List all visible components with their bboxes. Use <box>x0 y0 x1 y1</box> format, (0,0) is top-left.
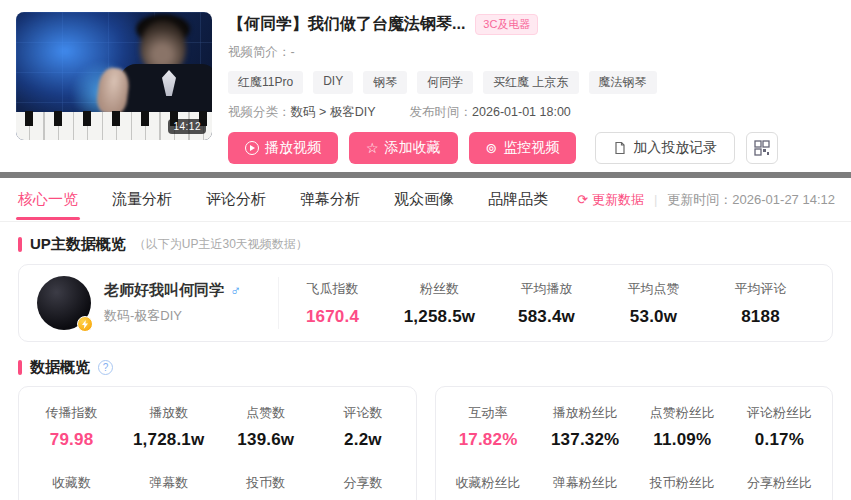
add-favorite-label: 添加收藏 <box>385 139 441 157</box>
category-value: 数码 > 极客DIY <box>291 105 376 119</box>
qr-code-icon <box>754 140 770 156</box>
stat-spread-index: 传播指数 79.98 <box>23 404 120 450</box>
video-tag[interactable]: 买红魔 上京东 <box>483 71 578 94</box>
document-icon <box>613 141 627 155</box>
tab-core-overview[interactable]: 核心一览 <box>16 179 80 220</box>
stat-comment-fan-ratio: 评论粉丝比 0.17% <box>731 404 828 450</box>
description-label: 视频简介： <box>228 45 291 59</box>
up-stat-avg-plays: 平均播放 583.4w <box>493 280 600 327</box>
update-time-value: 2026-01-27 14:12 <box>732 192 835 207</box>
video-header: 14:12 【何同学】我们做了台魔法钢琴... 3C及电器 视频简介：- 红魔1… <box>0 0 851 172</box>
refresh-data-label: 更新数据 <box>592 191 644 209</box>
ratio-data-card: 互动率 17.82% 播放粉丝比 137.32% 点赞粉丝比 11.09% 评论… <box>435 386 834 500</box>
video-description-row: 视频简介：- <box>228 44 835 61</box>
up-stat-feigua-index: 飞瓜指数 1670.4 <box>279 280 386 327</box>
video-tag[interactable]: 钢琴 <box>363 71 407 94</box>
avatar-verified-badge <box>77 316 93 332</box>
male-gender-icon: ♂ <box>230 282 241 299</box>
publish-time-value: 2026-01-01 18:00 <box>472 105 571 119</box>
monitor-video-button[interactable]: ⊚ 监控视频 <box>469 132 577 164</box>
stat-favorites: 收藏数 60.8w <box>23 474 120 500</box>
up-overview-card: 老师好我叫何同学 ♂ 数码-极客DIY 飞瓜指数 1670.4 粉丝数 1,25… <box>18 264 833 342</box>
refresh-icon: ⟳ <box>577 192 588 207</box>
stat-play-fan-ratio: 播放粉丝比 137.32% <box>537 404 634 450</box>
up-avatar <box>37 276 91 330</box>
monitor-video-label: 监控视频 <box>503 139 559 157</box>
publish-time-label: 发布时间： <box>410 105 473 119</box>
stat-comments: 评论数 2.2w <box>314 404 411 450</box>
up-section-header: UP主数据概览 （以下为UP主近30天视频数据） <box>18 235 833 254</box>
description-value: - <box>291 45 295 59</box>
data-section-header: 数据概览 ? <box>18 358 833 377</box>
vertical-separator: | <box>654 192 657 207</box>
data-section-title: 数据概览 <box>30 358 90 377</box>
section-accent-bar <box>18 360 22 375</box>
video-thumbnail[interactable]: 14:12 <box>16 12 212 140</box>
video-meta-row: 视频分类：数码 > 极客DIY 发布时间：2026-01-01 18:00 <box>228 104 835 121</box>
tab-danmaku-analysis[interactable]: 弹幕分析 <box>298 179 362 220</box>
stat-danmaku: 弹幕数 3.8w <box>120 474 217 500</box>
section-accent-bar <box>18 237 22 252</box>
up-section-title: UP主数据概览 <box>30 235 126 254</box>
tab-brand-category[interactable]: 品牌品类 <box>486 179 550 220</box>
stat-coin-fan-ratio: 投币粉丝比 7.55% <box>634 474 731 500</box>
update-time-label: 更新时间： <box>667 192 732 207</box>
category-badge: 3C及电器 <box>475 14 538 35</box>
up-profile[interactable]: 老师好我叫何同学 ♂ 数码-极客DIY <box>37 277 279 329</box>
stat-likes: 点赞数 139.6w <box>217 404 314 450</box>
refresh-data-button[interactable]: ⟳ 更新数据 <box>577 191 644 209</box>
video-tag[interactable]: 魔法钢琴 <box>589 71 657 94</box>
video-data-card: 传播指数 79.98 播放数 1,728.1w 点赞数 139.6w 评论数 2… <box>18 386 417 500</box>
stat-danmaku-fan-ratio: 弹幕粉丝比 0.30% <box>537 474 634 500</box>
stat-shares: 分享数 6.6w <box>314 474 411 500</box>
video-tags: 红魔11Pro DIY 钢琴 何同学 买红魔 上京东 魔法钢琴 <box>228 71 835 94</box>
up-stat-avg-comments: 平均评论 8188 <box>707 280 814 327</box>
category-label: 视频分类： <box>228 105 291 119</box>
video-title: 【何同学】我们做了台魔法钢琴... <box>228 14 465 35</box>
star-icon: ☆ <box>366 141 379 155</box>
stat-share-fan-ratio: 分享粉丝比 0.52% <box>731 474 828 500</box>
tab-audience-profile[interactable]: 观众画像 <box>392 179 456 220</box>
tab-traffic-analysis[interactable]: 流量分析 <box>110 179 174 220</box>
play-video-button[interactable]: 播放视频 <box>228 132 338 164</box>
up-name[interactable]: 老师好我叫何同学 <box>104 281 224 300</box>
stat-favorite-fan-ratio: 收藏粉丝比 4.83% <box>440 474 537 500</box>
analysis-tabbar: 核心一览 流量分析 评论分析 弹幕分析 观众画像 品牌品类 ⟳ 更新数据 | 更… <box>0 178 851 222</box>
add-delivery-record-label: 加入投放记录 <box>633 139 717 157</box>
stat-coins: 投币数 95.0w <box>217 474 314 500</box>
up-section-note: （以下为UP主近30天视频数据） <box>134 236 308 253</box>
add-favorite-button[interactable]: ☆ 添加收藏 <box>349 132 458 164</box>
monitor-icon: ⊚ <box>486 141 498 155</box>
video-tag[interactable]: 何同学 <box>417 71 473 94</box>
up-stat-followers: 粉丝数 1,258.5w <box>386 280 493 327</box>
help-icon[interactable]: ? <box>98 360 113 375</box>
up-stat-avg-likes: 平均点赞 53.0w <box>600 280 707 327</box>
play-icon <box>245 141 259 155</box>
play-video-label: 播放视频 <box>265 139 321 157</box>
video-tag[interactable]: DIY <box>313 71 353 94</box>
up-category: 数码-极客DIY <box>104 307 241 325</box>
stat-like-fan-ratio: 点赞粉丝比 11.09% <box>634 404 731 450</box>
stat-plays: 播放数 1,728.1w <box>120 404 217 450</box>
lightning-icon <box>81 320 89 329</box>
stat-interaction-rate: 互动率 17.82% <box>440 404 537 450</box>
video-tag[interactable]: 红魔11Pro <box>228 71 303 94</box>
add-delivery-record-button[interactable]: 加入投放记录 <box>595 132 735 164</box>
qr-code-button[interactable] <box>746 132 778 164</box>
tab-comment-analysis[interactable]: 评论分析 <box>204 179 268 220</box>
video-duration-badge: 14:12 <box>168 119 206 134</box>
